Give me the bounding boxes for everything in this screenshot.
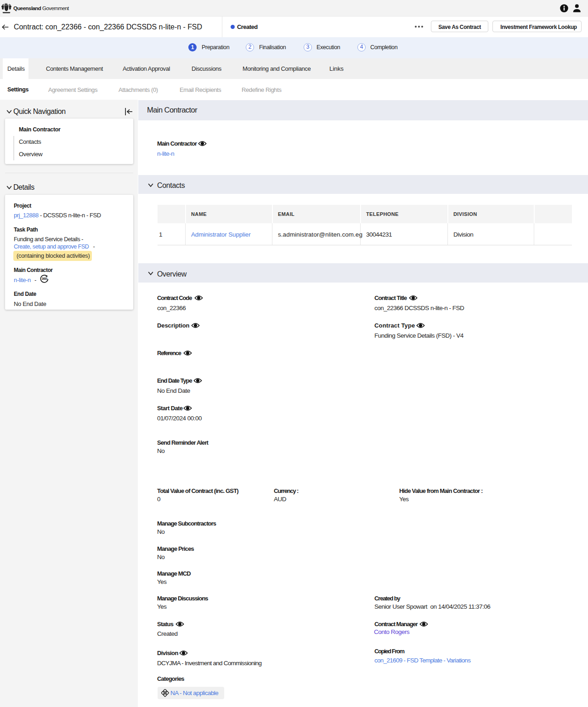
svg-text:360: 360 [42, 277, 47, 281]
